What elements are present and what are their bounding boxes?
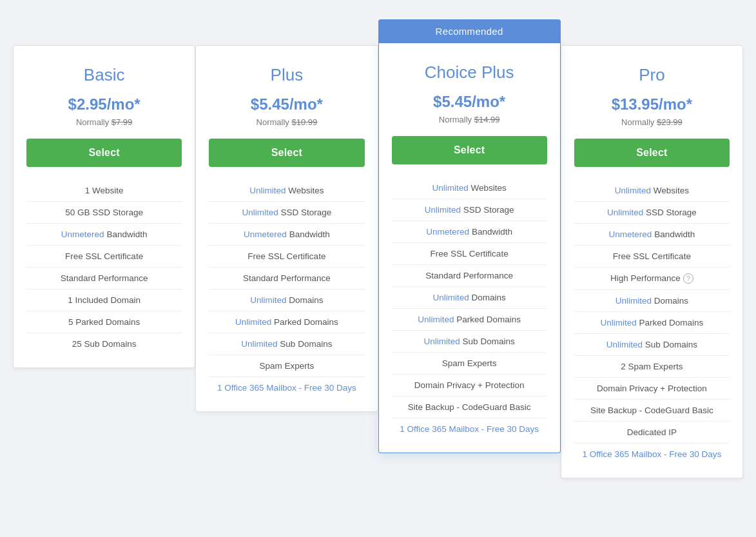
feature-item: Domain Privacy + Protection — [574, 377, 730, 399]
feature-item: Unmetered Bandwidth — [574, 223, 730, 245]
feature-item: 1 Office 365 Mailbox - Free 30 Days — [574, 443, 730, 465]
feature-item: 5 Parked Domains — [26, 311, 182, 333]
feature-item: Unlimited SSD Storage — [209, 201, 364, 223]
feature-item: Unlimited Parked Domains — [574, 311, 730, 333]
plan-wrapper-choice-plus: RecommendedChoice Plus$5.45/mo*Normally … — [378, 19, 561, 453]
feature-item: Unlimited Domains — [209, 289, 364, 311]
feature-item: Unlimited Websites — [574, 180, 730, 201]
select-button-basic[interactable]: Select — [26, 139, 182, 167]
plan-name: Plus — [209, 65, 364, 85]
feature-item: Standard Performance — [26, 267, 182, 289]
feature-item: Spam Experts — [209, 355, 364, 376]
features-list: Unlimited WebsitesUnlimited SSD StorageU… — [574, 180, 730, 465]
plan-price: $5.45/mo* — [209, 95, 364, 113]
plan-name: Basic — [26, 65, 182, 85]
feature-item: Unlimited Domains — [574, 289, 730, 311]
feature-item: 25 Sub Domains — [26, 333, 182, 355]
help-icon[interactable]: ? — [683, 273, 693, 284]
plan-wrapper-plus: Plus$5.45/mo*Normally $10.99SelectUnlimi… — [195, 19, 378, 412]
plan-normal-price: Normally $10.99 — [209, 117, 364, 127]
feature-item: Unlimited Parked Domains — [392, 308, 547, 330]
feature-item: 1 Website — [26, 180, 182, 201]
plan-wrapper-pro: Pro$13.95/mo*Normally $23.99SelectUnlimi… — [561, 19, 743, 478]
plan-normal-price: Normally $14.99 — [392, 115, 547, 124]
feature-item: Unlimited Parked Domains — [209, 311, 364, 333]
feature-item: Free SSL Certificate — [574, 245, 730, 267]
feature-item: Free SSL Certificate — [392, 242, 547, 264]
select-button-plus[interactable]: Select — [209, 139, 364, 167]
feature-item: 50 GB SSD Storage — [26, 201, 182, 223]
feature-item: Site Backup - CodeGuard Basic — [392, 396, 547, 418]
plan-price: $13.95/mo* — [574, 95, 730, 113]
plans-container: Basic$2.95/mo*Normally $7.99Select1 Webs… — [13, 19, 743, 478]
plan-card-plus: Plus$5.45/mo*Normally $10.99SelectUnlimi… — [195, 45, 378, 412]
feature-item: Domain Privacy + Protection — [392, 374, 547, 396]
plan-wrapper-basic: Basic$2.95/mo*Normally $7.99Select1 Webs… — [13, 19, 195, 368]
recommended-badge: Recommended — [378, 19, 561, 43]
plan-price: $5.45/mo* — [392, 93, 547, 111]
feature-item: Site Backup - CodeGuard Basic — [574, 399, 730, 421]
feature-item: Unmetered Bandwidth — [209, 223, 364, 245]
select-button-pro[interactable]: Select — [574, 139, 730, 167]
features-list: Unlimited WebsitesUnlimited SSD StorageU… — [392, 177, 547, 440]
plan-price: $2.95/mo* — [26, 95, 182, 113]
feature-item: Unlimited Websites — [392, 177, 547, 199]
plan-normal-price: Normally $7.99 — [26, 117, 182, 127]
feature-item: Unlimited SSD Storage — [574, 201, 730, 223]
feature-item: Unlimited Sub Domains — [574, 333, 730, 355]
feature-item: Spam Experts — [392, 352, 547, 374]
feature-item: Unmetered Bandwidth — [392, 220, 547, 242]
feature-item: Standard Performance — [209, 267, 364, 289]
plan-normal-price: Normally $23.99 — [574, 117, 730, 127]
feature-item: 1 Included Domain — [26, 289, 182, 311]
select-button-choice-plus[interactable]: Select — [392, 136, 547, 164]
feature-item: Unlimited Sub Domains — [209, 333, 364, 355]
feature-item: Unlimited Sub Domains — [392, 330, 547, 352]
feature-link[interactable]: 1 Office 365 Mailbox - Free 30 Days — [400, 424, 539, 434]
plan-card-pro: Pro$13.95/mo*Normally $23.99SelectUnlimi… — [561, 45, 743, 478]
feature-item: Free SSL Certificate — [26, 245, 182, 267]
plan-name: Pro — [574, 65, 730, 85]
feature-item: Unlimited SSD Storage — [392, 199, 547, 220]
feature-link[interactable]: 1 Office 365 Mailbox - Free 30 Days — [582, 449, 721, 459]
feature-item: 2 Spam Experts — [574, 355, 730, 377]
feature-item: Unlimited Domains — [392, 286, 547, 308]
feature-item: Dedicated IP — [574, 421, 730, 443]
feature-link[interactable]: 1 Office 365 Mailbox - Free 30 Days — [217, 383, 356, 393]
plan-card-choice-plus: Choice Plus$5.45/mo*Normally $14.99Selec… — [378, 43, 561, 453]
feature-item: Unmetered Bandwidth — [26, 223, 182, 245]
plan-card-basic: Basic$2.95/mo*Normally $7.99Select1 Webs… — [13, 45, 195, 368]
feature-item: 1 Office 365 Mailbox - Free 30 Days — [392, 418, 547, 440]
feature-item: High Performance? — [574, 267, 730, 289]
feature-item: Standard Performance — [392, 264, 547, 286]
plan-name: Choice Plus — [392, 63, 547, 83]
feature-item: Free SSL Certificate — [209, 245, 364, 267]
features-list: Unlimited WebsitesUnlimited SSD StorageU… — [209, 180, 364, 398]
features-list: 1 Website50 GB SSD StorageUnmetered Band… — [26, 180, 182, 355]
feature-item: 1 Office 365 Mailbox - Free 30 Days — [209, 376, 364, 398]
feature-item: Unlimited Websites — [209, 180, 364, 201]
